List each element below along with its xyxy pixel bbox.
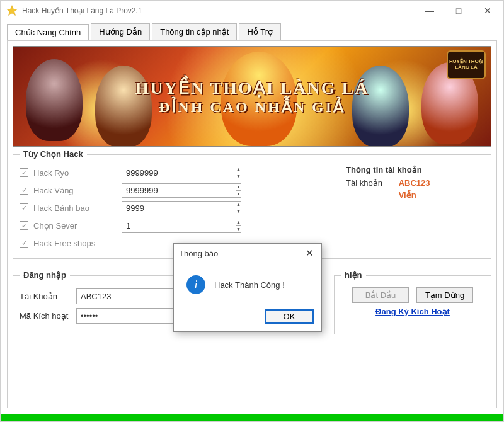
up-icon[interactable]: ▲ [236,202,241,208]
label-gold: Hack Vàng [33,186,122,195]
account-field-label: Tài Khoản [20,292,71,301]
pause-button[interactable]: Tạm Dừng [416,287,473,303]
dialog-close-button[interactable]: ✕ [303,248,316,259]
down-icon[interactable]: ▼ [236,226,241,232]
execute-group: hiện Bắt Đầu Tạm Dừng Đăng Ký Kích Hoạt [334,275,491,334]
titlebar: Hack Huyền Thoại Làng Lá Prov2.1 — □ ✕ [1,1,503,21]
execute-legend: hiện [341,270,366,280]
spinner-gold[interactable]: ▲▼ [122,183,216,198]
start-button[interactable]: Bắt Đầu [352,287,409,303]
up-icon[interactable]: ▲ [236,166,241,173]
checkbox-bun[interactable]: ✓ [20,203,28,212]
register-link[interactable]: Đăng Ký Kích Hoạt [341,307,484,316]
tab-updates[interactable]: Thông tin cập nhật [152,23,237,40]
input-ryo[interactable] [122,166,236,180]
tab-bar: Chức Năng Chính Hướng Dẫn Thông tin cập … [1,21,503,40]
hack-option-row: ✓ Chọn Sever ▲▼ [20,217,327,234]
dialog-message: Hack Thành Công ! [214,280,285,290]
input-gold[interactable] [122,183,236,198]
spinner-bun[interactable]: ▲▼ [122,201,172,215]
hack-option-row: ✓ Hack Vàng ▲▼ [20,181,327,199]
checkbox-freeshop[interactable]: ✓ [20,239,28,248]
info-icon: i [186,275,205,294]
up-icon[interactable]: ▲ [236,219,241,226]
account-input[interactable] [76,288,177,304]
message-dialog: Thông báo ✕ i Hack Thành Công ! OK [173,243,322,332]
down-icon[interactable]: ▼ [236,173,241,180]
tab-support[interactable]: Hỗ Trợ [239,23,281,40]
close-button[interactable]: ✕ [473,1,502,20]
input-bun[interactable] [122,201,236,215]
game-logo: HUYỀN THOẠI LÀNG LÁ [447,50,486,79]
tab-main[interactable]: Chức Năng Chính [7,24,89,41]
account-value: ABC123 [399,178,430,188]
tab-content: HUYỀN THOẠI LÀNG LÁ HUYỀN THOẠI LÀNG LÁ … [7,40,497,408]
spinner-ryo[interactable]: ▲▼ [122,166,216,180]
window-title: Hack Huyền Thoại Làng Lá Prov2.1 [22,6,415,15]
hack-option-row: ✓ Hack Ryo ▲▼ [20,164,327,181]
app-window: Hack Huyền Thoại Làng Lá Prov2.1 — □ ✕ C… [0,0,504,422]
banner-title-2: ĐỈNH CAO NHẪN GIẢ [159,98,345,116]
banner-title-1: HUYỀN THOẠI LÀNG LÁ [135,77,369,98]
hack-options-legend: Tùy Chọn Hack [20,149,87,159]
label-bun: Hack Bánh bao [33,203,122,213]
checkbox-gold[interactable]: ✓ [20,186,28,195]
progress-bar [1,414,503,421]
down-icon[interactable]: ▼ [236,191,241,197]
label-ryo: Hack Ryo [33,168,122,178]
dialog-title: Thông báo [179,249,218,258]
banner-image: HUYỀN THOẠI LÀNG LÁ HUYỀN THOẠI LÀNG LÁ … [13,46,491,147]
checkbox-server[interactable]: ✓ [20,221,28,230]
svg-marker-0 [7,6,18,16]
key-input[interactable] [76,308,177,324]
label-freeshop: Hack Free shops [33,239,122,248]
checkbox-ryo[interactable]: ✓ [20,168,28,177]
tab-guide[interactable]: Hướng Dẫn [91,23,150,40]
account-info: Thông tin tài khoản Tài khoản ABC123 Viễ… [346,164,484,252]
key-field-label: Mã Kích hoạt [20,311,71,321]
minimize-button[interactable]: — [415,1,444,20]
account-info-header: Thông tin tài khoản [346,165,484,174]
maximize-button[interactable]: □ [444,1,473,20]
label-server: Chọn Sever [33,221,122,231]
login-legend: Đăng nhập [20,270,70,280]
up-icon[interactable]: ▲ [236,184,241,191]
dialog-ok-button[interactable]: OK [265,309,314,324]
down-icon[interactable]: ▼ [236,208,241,215]
account-label: Tài khoản [346,178,396,188]
star-icon [6,4,18,17]
account-value2: Viễn [399,190,416,200]
hack-option-row: ✓ Hack Bánh bao ▲▼ [20,199,327,217]
spinner-server[interactable]: ▲▼ [122,219,159,233]
input-server[interactable] [122,219,236,233]
